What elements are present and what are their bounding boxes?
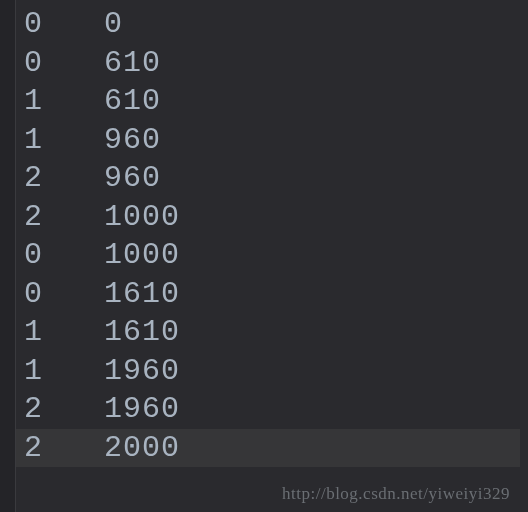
col1-value: 0 [24,46,104,80]
code-line: 0 0 [24,5,520,44]
code-line: 0 610 [24,44,520,83]
col2-value: 1610 [104,315,180,349]
code-line: 2 960 [24,159,520,198]
code-line: 0 1000 [24,236,520,275]
col1-value: 1 [24,123,104,157]
code-line: 0 1610 [24,275,520,314]
col2-value: 2000 [104,431,180,465]
code-line: 1 960 [24,121,520,160]
col2-value: 0 [104,7,123,41]
col2-value: 610 [104,46,161,80]
code-line: 1 610 [24,82,520,121]
col2-value: 960 [104,123,161,157]
col1-value: 2 [24,431,104,465]
code-line: 1 1960 [24,352,520,391]
col1-value: 1 [24,84,104,118]
code-content[interactable]: 0 0 0 610 1 610 1 960 2 960 2 1000 0 100… [16,0,528,512]
col1-value: 2 [24,200,104,234]
col1-value: 1 [24,315,104,349]
col2-value: 610 [104,84,161,118]
code-line-highlighted: 2 2000 [16,429,520,468]
code-line: 1 1610 [24,313,520,352]
col1-value: 0 [24,238,104,272]
code-line: 2 1960 [24,390,520,429]
col2-value: 1960 [104,392,180,426]
col2-value: 1000 [104,238,180,272]
line-gutter [0,0,16,512]
col2-value: 960 [104,161,161,195]
col1-value: 0 [24,277,104,311]
col2-value: 1000 [104,200,180,234]
col1-value: 1 [24,354,104,388]
col2-value: 1610 [104,277,180,311]
code-line: 2 1000 [24,198,520,237]
col1-value: 0 [24,7,104,41]
code-editor: 0 0 0 610 1 610 1 960 2 960 2 1000 0 100… [0,0,528,512]
col1-value: 2 [24,392,104,426]
watermark-text: http://blog.csdn.net/yiweiyi329 [282,484,510,504]
col2-value: 1960 [104,354,180,388]
col1-value: 2 [24,161,104,195]
